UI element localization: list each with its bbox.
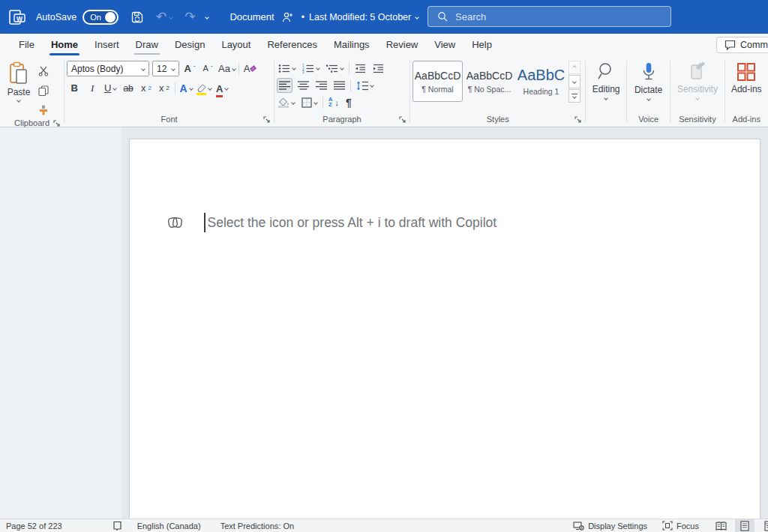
clipboard-dialog-launcher[interactable] xyxy=(53,120,61,127)
cut-button[interactable] xyxy=(35,64,52,79)
dictate-button[interactable]: Dictate xyxy=(634,59,662,114)
multilevel-chevron-icon xyxy=(340,66,344,70)
sensitivity-icon xyxy=(688,62,706,82)
web-layout-view-button[interactable] xyxy=(759,519,768,532)
bullets-button[interactable] xyxy=(277,61,297,76)
proofing-button[interactable] xyxy=(108,521,127,531)
increase-indent-button[interactable] xyxy=(371,61,386,76)
autosave-toggle[interactable]: On xyxy=(82,10,118,25)
styles-scroll-down-button[interactable] xyxy=(568,75,580,88)
tab-draw[interactable]: Draw xyxy=(128,34,166,55)
style-no-spacing[interactable]: AaBbCcD ¶ No Spac... xyxy=(464,61,514,102)
status-bar: Page 52 of 223 English (Canada) Text Pre… xyxy=(0,519,768,532)
font-size-select[interactable]: 12 xyxy=(152,61,179,76)
numbered-list-icon: 1 2 3 xyxy=(302,64,314,73)
tab-design[interactable]: Design xyxy=(166,34,213,55)
save-button[interactable] xyxy=(130,10,144,24)
shrink-font-button[interactable]: A ˇ xyxy=(200,61,215,76)
align-left-icon xyxy=(279,81,290,90)
clipboard-group-label: Clipboard xyxy=(14,118,50,127)
search-input[interactable]: Search xyxy=(428,6,671,27)
addins-button[interactable]: Add-ins xyxy=(731,59,762,114)
sensitivity-chevron-icon xyxy=(695,96,700,100)
redo-button[interactable]: ↷ xyxy=(184,10,195,23)
tab-review[interactable]: Review xyxy=(378,34,427,55)
tab-insert[interactable]: Insert xyxy=(86,34,128,55)
ribbon-tab-row: File Home Insert Draw Design Layout Refe… xyxy=(0,34,768,56)
align-right-button[interactable] xyxy=(314,78,328,93)
line-spacing-button[interactable] xyxy=(355,78,375,93)
font-row-separator xyxy=(238,63,239,75)
grow-font-button[interactable]: A ˆ xyxy=(182,61,197,76)
tab-home[interactable]: Home xyxy=(43,34,86,55)
search-placeholder: Search xyxy=(455,11,486,22)
highlight-button[interactable] xyxy=(196,80,212,96)
paragraph-dialog-launcher[interactable] xyxy=(399,116,406,124)
bullet-list-icon xyxy=(278,64,290,73)
focus-button[interactable]: Focus xyxy=(658,519,704,532)
align-left-button[interactable] xyxy=(277,78,292,93)
strikethrough-button[interactable]: ab xyxy=(121,80,136,96)
tab-file[interactable]: File xyxy=(10,34,43,55)
paragraph-row-separator xyxy=(349,62,350,74)
document-title[interactable]: Document xyxy=(230,11,274,22)
justify-button[interactable] xyxy=(332,78,346,93)
align-center-button[interactable] xyxy=(296,78,310,93)
read-mode-view-button[interactable] xyxy=(711,519,730,532)
styles-scroll-up-button[interactable] xyxy=(568,61,580,74)
quick-access-chevron-icon xyxy=(206,15,210,19)
undo-button[interactable]: ↶ xyxy=(156,10,172,23)
borders-button[interactable] xyxy=(300,95,319,110)
copilot-placeholder-text[interactable]: Select the icon or press Alt + i to draf… xyxy=(208,215,497,231)
clear-formatting-button[interactable]: A xyxy=(242,61,257,76)
copilot-icon[interactable] xyxy=(167,215,183,230)
numbering-button[interactable]: 1 2 3 xyxy=(301,61,321,76)
sort-button[interactable]: A Z ↓ xyxy=(327,95,340,110)
presence-icon[interactable] xyxy=(282,12,294,22)
styles-group: AaBbCcD ¶ Normal AaBbCcD ¶ No Spac... Aa… xyxy=(410,56,585,127)
copy-button[interactable] xyxy=(35,83,52,98)
tab-layout[interactable]: Layout xyxy=(213,34,259,55)
underline-button[interactable]: U xyxy=(103,80,118,96)
multilevel-list-button[interactable] xyxy=(325,61,345,76)
decrease-indent-icon xyxy=(355,64,366,73)
quick-access-menu-button[interactable] xyxy=(206,16,208,19)
superscript-button[interactable]: x2 xyxy=(157,80,172,96)
decrease-indent-button[interactable] xyxy=(353,61,368,76)
shading-button[interactable] xyxy=(277,95,296,110)
document-page[interactable]: Select the icon or press Alt + i to draf… xyxy=(129,139,760,519)
highlight-chevron-icon xyxy=(208,86,212,91)
italic-button[interactable]: I xyxy=(85,80,100,96)
font-dialog-launcher[interactable] xyxy=(263,116,271,124)
language-button[interactable]: English (Canada) xyxy=(133,522,206,531)
sensitivity-group-label: Sensitivity xyxy=(679,115,716,124)
print-layout-view-button[interactable] xyxy=(735,519,754,532)
page-indicator[interactable]: Page 52 of 223 xyxy=(0,522,67,531)
text-effects-button[interactable]: A xyxy=(178,80,194,96)
display-settings-button[interactable]: Display Settings xyxy=(568,519,652,532)
subscript-button[interactable]: x2 xyxy=(139,80,154,96)
font-color-button[interactable]: A xyxy=(214,80,230,96)
change-case-button[interactable]: Aa xyxy=(218,61,236,76)
tab-references[interactable]: References xyxy=(259,34,325,55)
paste-label: Paste xyxy=(8,87,31,97)
styles-gallery-more-button[interactable] xyxy=(568,89,580,103)
format-painter-button[interactable] xyxy=(35,103,52,118)
scroll-down-chevron-icon xyxy=(572,79,577,84)
comments-button[interactable]: Comments xyxy=(716,37,768,53)
style-normal[interactable]: AaBbCcD ¶ Normal xyxy=(412,61,463,102)
text-predictions-button[interactable]: Text Predictions: On xyxy=(216,522,298,531)
last-modified[interactable]: • Last Modified: 5 October xyxy=(302,12,419,22)
tab-mailings[interactable]: Mailings xyxy=(326,34,378,55)
paste-chevron-icon xyxy=(16,98,21,103)
style-heading-1[interactable]: AaBbC Heading 1 xyxy=(516,61,566,102)
styles-dialog-launcher[interactable] xyxy=(574,116,582,124)
tab-help[interactable]: Help xyxy=(464,34,500,55)
tab-view[interactable]: View xyxy=(426,34,464,55)
show-formatting-button[interactable]: ¶ xyxy=(344,95,353,110)
bold-button[interactable]: B xyxy=(67,80,82,96)
paste-button[interactable]: Paste xyxy=(2,59,35,118)
editing-button[interactable]: Editing xyxy=(592,59,620,114)
paste-icon xyxy=(8,61,30,85)
font-family-select[interactable]: Aptos (Body) xyxy=(67,61,149,76)
